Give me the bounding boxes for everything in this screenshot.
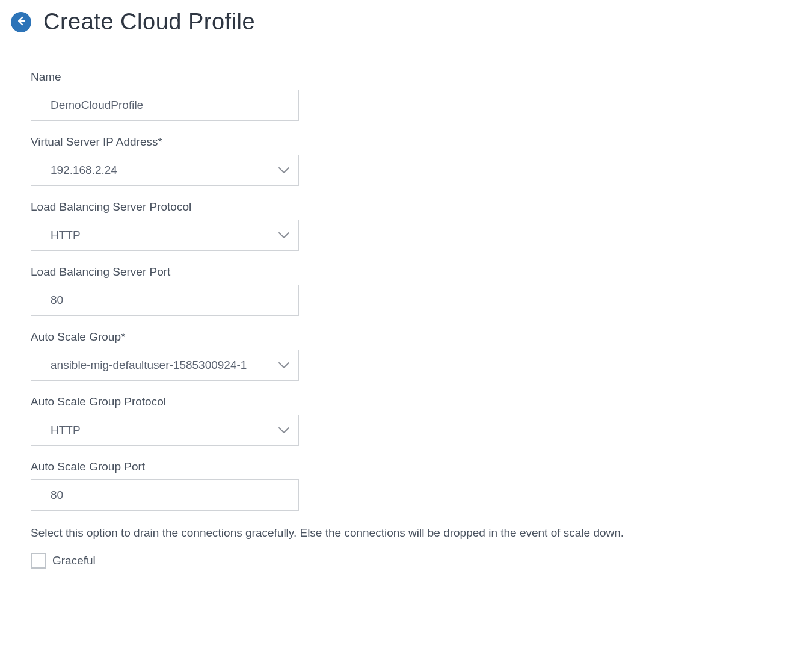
asg-value: ansible-mig-defaultuser-1585300924-1: [51, 359, 277, 372]
asg-label: Auto Scale Group*: [31, 330, 787, 344]
vip-label: Virtual Server IP Address*: [31, 135, 787, 149]
graceful-checkbox[interactable]: [31, 553, 46, 569]
asg-port-label: Auto Scale Group Port: [31, 460, 787, 473]
chevron-down-icon: [278, 359, 290, 371]
vip-select[interactable]: 192.168.2.24: [31, 155, 299, 186]
chevron-down-icon: [278, 164, 290, 176]
graceful-label: Graceful: [52, 554, 96, 567]
asg-port-input-wrapper: [31, 479, 299, 511]
chevron-down-icon: [278, 424, 290, 436]
asg-select[interactable]: ansible-mig-defaultuser-1585300924-1: [31, 350, 299, 381]
lb-protocol-label: Load Balancing Server Protocol: [31, 200, 787, 214]
form-panel: Name Virtual Server IP Address* 192.168.…: [5, 52, 812, 593]
page-title: Create Cloud Profile: [43, 9, 255, 35]
graceful-helper-text: Select this option to drain the connecti…: [31, 525, 787, 541]
asg-port-input[interactable]: [51, 489, 277, 502]
lb-protocol-value: HTTP: [51, 229, 277, 242]
name-input-wrapper: [31, 90, 299, 121]
asg-protocol-label: Auto Scale Group Protocol: [31, 395, 787, 408]
lb-port-input-wrapper: [31, 285, 299, 316]
lb-protocol-select[interactable]: HTTP: [31, 220, 299, 251]
lb-port-label: Load Balancing Server Port: [31, 265, 787, 279]
name-label: Name: [31, 70, 787, 84]
chevron-down-icon: [278, 229, 290, 241]
back-button[interactable]: [11, 12, 31, 32]
lb-port-input[interactable]: [51, 294, 277, 307]
back-arrow-icon: [16, 16, 26, 29]
vip-value: 192.168.2.24: [51, 164, 277, 177]
name-input[interactable]: [51, 99, 277, 112]
asg-protocol-select[interactable]: HTTP: [31, 415, 299, 446]
asg-protocol-value: HTTP: [51, 424, 277, 437]
